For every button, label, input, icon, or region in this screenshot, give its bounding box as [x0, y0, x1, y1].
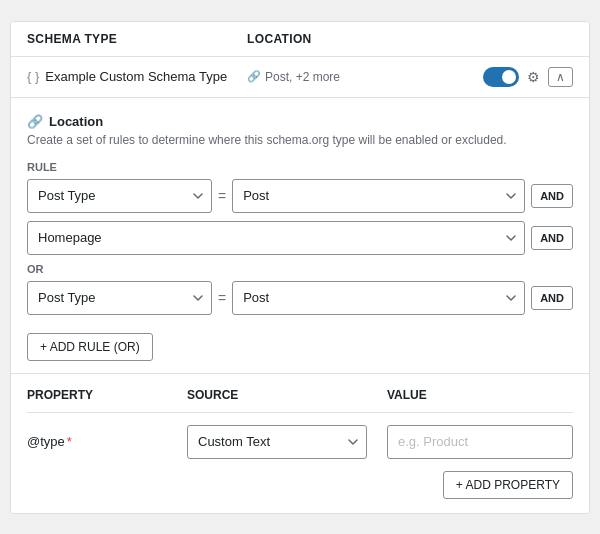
location-description: Create a set of rules to determine where… [27, 133, 573, 147]
rule-2-left-select[interactable]: Homepage [27, 221, 525, 255]
property-section: Property Source Value @type* Custom Text… [11, 374, 589, 513]
property-value-1 [387, 425, 573, 459]
schema-row: { } Example Custom Schema Type 🔗 Post, +… [11, 57, 589, 98]
value-input-1[interactable] [387, 425, 573, 459]
schema-row-location: 🔗 Post, +2 more [247, 70, 483, 84]
toggle-thumb [502, 70, 516, 84]
value-col-header: Value [387, 388, 573, 402]
or-rule-1-left-select[interactable]: Post Type [27, 281, 212, 315]
schema-type-col-header: Schema Type [27, 32, 247, 46]
gear-button[interactable]: ⚙ [525, 67, 542, 87]
add-property-row: + ADD PROPERTY [27, 471, 573, 499]
rule-row-1: Post Type = Post AND [27, 179, 573, 213]
schema-row-label: { } Example Custom Schema Type [27, 69, 247, 84]
property-name-1: @type* [27, 434, 187, 449]
source-select-1[interactable]: Custom Text [187, 425, 367, 459]
main-container: Schema Type Location { } Example Custom … [10, 21, 590, 514]
schema-location-text: Post, +2 more [265, 70, 340, 84]
or-rule-1-right-select[interactable]: Post [232, 281, 525, 315]
link-icon: 🔗 [247, 70, 261, 83]
rule-1-equals: = [218, 188, 226, 204]
location-col-header: Location [247, 32, 573, 46]
required-star: * [67, 434, 72, 449]
rule-row-2: Homepage AND [27, 221, 573, 255]
or-rule-row-1: Post Type = Post AND [27, 281, 573, 315]
location-title-text: Location [49, 114, 103, 129]
rule-2-and-button[interactable]: AND [531, 226, 573, 250]
property-source-1: Custom Text [187, 425, 387, 459]
property-name-text: @type [27, 434, 65, 449]
braces-icon: { } [27, 69, 39, 84]
location-link-icon: 🔗 [27, 114, 43, 129]
toggle-track [483, 67, 519, 87]
or-rule-1-and-button[interactable]: AND [531, 286, 573, 310]
source-col-header: Source [187, 388, 387, 402]
rule-1-and-button[interactable]: AND [531, 184, 573, 208]
property-col-header: Property [27, 388, 187, 402]
add-rule-button[interactable]: + ADD RULE (OR) [27, 333, 153, 361]
rule-1-right-select[interactable]: Post [232, 179, 525, 213]
or-rule-1-equals: = [218, 290, 226, 306]
schema-toggle[interactable] [483, 67, 519, 87]
schema-row-actions: ⚙ ∧ [483, 67, 573, 87]
add-property-button[interactable]: + ADD PROPERTY [443, 471, 573, 499]
schema-header: Schema Type Location [11, 22, 589, 57]
rule-1-left-select[interactable]: Post Type [27, 179, 212, 213]
location-section-title: 🔗 Location [27, 114, 573, 129]
schema-name: Example Custom Schema Type [45, 69, 227, 84]
rule-label: Rule [27, 161, 573, 173]
location-section: 🔗 Location Create a set of rules to dete… [11, 98, 589, 374]
property-header: Property Source Value [27, 388, 573, 413]
or-label: Or [27, 263, 573, 275]
collapse-button[interactable]: ∧ [548, 67, 573, 87]
property-row-1: @type* Custom Text [27, 425, 573, 459]
